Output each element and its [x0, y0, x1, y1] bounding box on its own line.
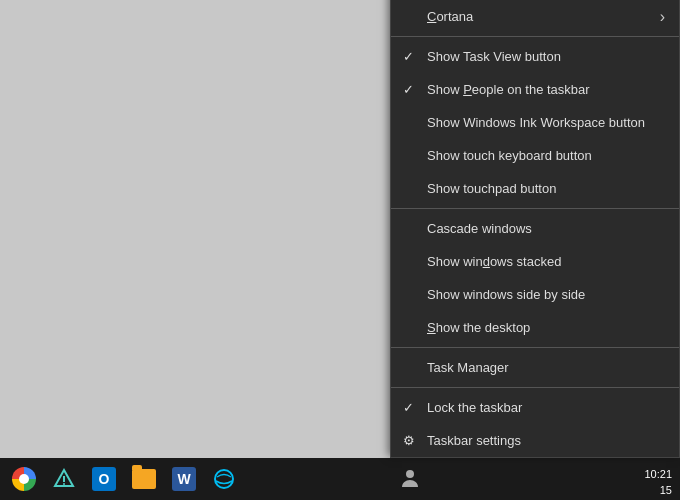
menu-item-label-cascade: Cascade windows [427, 221, 532, 236]
taskbar: O W [0, 458, 680, 500]
menu-item-label-show-desktop: Show the desktop [427, 320, 530, 335]
taskbar-icon-chrome[interactable] [4, 458, 44, 500]
taskbar-icon-word[interactable]: W [164, 458, 204, 500]
menu-item-label-task-manager: Task Manager [427, 360, 509, 375]
menu-item-label-show-stacked: Show windows stacked [427, 254, 561, 269]
menu-item-lock-taskbar[interactable]: Lock the taskbar [391, 391, 679, 424]
clock-time: 10:21 [644, 467, 672, 482]
taskbar-clock[interactable]: 10:21 15 [644, 467, 672, 498]
menu-item-taskbar-settings[interactable]: ⚙Taskbar settings [391, 424, 679, 457]
taskbar-icon-edge[interactable] [204, 458, 244, 500]
menu-item-cortana[interactable]: Cortana [391, 0, 679, 33]
svg-point-3 [215, 470, 233, 488]
menu-item-show-ink[interactable]: Show Windows Ink Workspace button [391, 106, 679, 139]
context-menu: ToolbarsCortanaShow Task View buttonShow… [390, 0, 680, 458]
menu-item-label-show-task-view: Show Task View button [427, 49, 561, 64]
menu-item-label-taskbar-settings: Taskbar settings [427, 433, 521, 448]
svg-point-2 [63, 483, 65, 485]
menu-item-show-desktop[interactable]: Show the desktop [391, 311, 679, 344]
settings-icon: ⚙ [403, 433, 415, 448]
taskbar-icon-file-explorer[interactable] [124, 458, 164, 500]
taskbar-icon-flux[interactable] [44, 458, 84, 500]
menu-item-label-show-touch-keyboard: Show touch keyboard button [427, 148, 592, 163]
clock-date: 15 [644, 483, 672, 498]
taskbar-icons: O W [0, 458, 248, 500]
menu-divider [391, 208, 679, 209]
menu-item-label-show-people: Show People on the taskbar [427, 82, 590, 97]
taskbar-icon-outlook[interactable]: O [84, 458, 124, 500]
menu-item-label-show-touchpad: Show touchpad button [427, 181, 556, 196]
menu-divider [391, 387, 679, 388]
menu-item-show-touchpad[interactable]: Show touchpad button [391, 172, 679, 205]
menu-item-show-touch-keyboard[interactable]: Show touch keyboard button [391, 139, 679, 172]
menu-item-cascade[interactable]: Cascade windows [391, 212, 679, 245]
menu-item-label-show-ink: Show Windows Ink Workspace button [427, 115, 645, 130]
menu-divider [391, 347, 679, 348]
menu-item-task-manager[interactable]: Task Manager [391, 351, 679, 384]
menu-item-show-people[interactable]: Show People on the taskbar [391, 73, 679, 106]
menu-item-label-cortana: Cortana [427, 9, 473, 24]
menu-divider [391, 36, 679, 37]
menu-item-label-lock-taskbar: Lock the taskbar [427, 400, 522, 415]
svg-point-4 [406, 470, 414, 478]
menu-item-show-side-by-side[interactable]: Show windows side by side [391, 278, 679, 311]
menu-item-show-task-view[interactable]: Show Task View button [391, 40, 679, 73]
taskbar-icon-people[interactable] [390, 458, 430, 500]
menu-item-label-show-side-by-side: Show windows side by side [427, 287, 585, 302]
menu-item-show-stacked[interactable]: Show windows stacked [391, 245, 679, 278]
